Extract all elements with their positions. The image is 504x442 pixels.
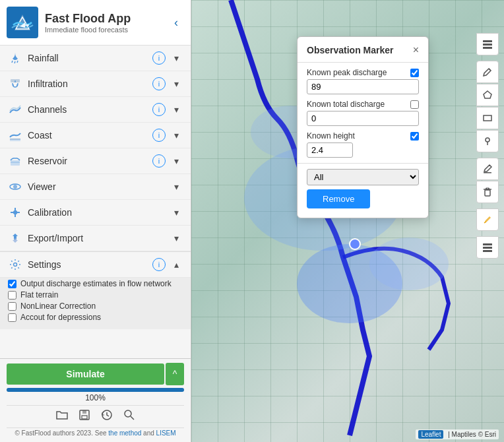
settings-icon bbox=[8, 257, 22, 272]
setting-account-depressions-checkbox[interactable] bbox=[8, 313, 16, 322]
field-known-total-discharge: Known total discharge bbox=[307, 100, 419, 126]
rainfall-label: Rainfall bbox=[28, 53, 152, 63]
coast-info-button[interactable]: i bbox=[152, 129, 166, 142]
svg-rect-35 bbox=[484, 172, 491, 174]
popup-divider-1 bbox=[298, 62, 428, 63]
field-total-discharge-checkbox[interactable] bbox=[410, 100, 419, 109]
sidebar-item-infiltration[interactable]: Infiltration i ▾ bbox=[0, 71, 191, 97]
field-peak-discharge-input[interactable] bbox=[307, 79, 419, 94]
export-import-icon bbox=[8, 231, 22, 245]
settings-info-button[interactable]: i bbox=[152, 258, 166, 271]
field-total-discharge-input[interactable] bbox=[307, 111, 419, 126]
svg-line-23 bbox=[131, 416, 134, 420]
edit-tools-group bbox=[476, 158, 499, 203]
sidebar-item-rainfall[interactable]: Rainfall i ▾ bbox=[0, 46, 191, 71]
setting-output-discharge[interactable]: Output discharge estimates in flow netwo… bbox=[8, 279, 183, 288]
settings-options: Output discharge estimates in flow netwo… bbox=[0, 278, 191, 327]
search-button[interactable] bbox=[123, 408, 136, 425]
coast-label: Coast bbox=[28, 130, 152, 141]
layers-bottom-group bbox=[476, 236, 499, 259]
save-button[interactable] bbox=[78, 408, 91, 425]
svg-rect-10 bbox=[11, 160, 20, 166]
folder-button[interactable] bbox=[55, 408, 69, 425]
viewer-label: Viewer bbox=[28, 181, 170, 192]
svg-marker-32 bbox=[484, 91, 491, 98]
field-height-header: Known height bbox=[307, 131, 419, 141]
setting-flat-terrain-checkbox[interactable] bbox=[8, 291, 16, 300]
edit-button[interactable] bbox=[476, 158, 499, 180]
footer-method-link[interactable]: the method bbox=[108, 429, 141, 437]
highlight-tools-group bbox=[476, 208, 499, 231]
svg-line-3 bbox=[15, 61, 15, 63]
observation-marker-popup: Observation Marker × Known peak discharg… bbox=[297, 36, 429, 218]
rainfall-info-button[interactable]: i bbox=[152, 51, 166, 65]
field-peak-discharge-label: Known peak discharge bbox=[307, 68, 408, 77]
polygon-button[interactable] bbox=[476, 84, 499, 106]
layers-top-button[interactable] bbox=[476, 33, 499, 55]
svg-rect-40 bbox=[486, 188, 489, 189]
leaflet-badge: Leaflet bbox=[418, 430, 443, 439]
setting-output-discharge-checkbox[interactable] bbox=[8, 280, 16, 288]
svg-rect-33 bbox=[484, 115, 491, 121]
infiltration-info-button[interactable]: i bbox=[152, 77, 166, 90]
simulate-arrow-button[interactable]: ^ bbox=[166, 363, 184, 385]
bottom-bar: Simulate ^ 100% bbox=[0, 358, 191, 442]
svg-rect-43 bbox=[483, 250, 492, 252]
svg-point-34 bbox=[486, 138, 489, 142]
calibration-expand-button[interactable]: ▾ bbox=[170, 206, 183, 219]
marker-button[interactable] bbox=[476, 130, 499, 152]
map-attribution: Leaflet | Maptiles © Esri bbox=[416, 429, 499, 439]
coast-icon bbox=[8, 128, 22, 142]
sidebar-item-export-import[interactable]: Export/Import ▾ bbox=[0, 226, 191, 251]
pencil-button[interactable] bbox=[476, 61, 499, 83]
attribution-text: | Maptiles © Esri bbox=[448, 431, 496, 438]
layers-bottom-button[interactable] bbox=[476, 236, 499, 259]
simulate-button[interactable]: Simulate bbox=[7, 363, 164, 385]
sidebar-item-calibration[interactable]: Calibration ▾ bbox=[0, 200, 191, 226]
export-import-expand-button[interactable]: ▾ bbox=[170, 232, 183, 245]
popup-close-button[interactable]: × bbox=[413, 45, 419, 55]
delete-button[interactable] bbox=[476, 181, 499, 203]
field-height-input[interactable] bbox=[307, 142, 353, 158]
popup-select[interactable]: All Option2 bbox=[307, 169, 419, 185]
field-total-discharge-label: Known total discharge bbox=[307, 100, 408, 109]
channels-expand-button[interactable]: ▾ bbox=[170, 103, 183, 116]
map-area[interactable]: Observation Marker × Known peak discharg… bbox=[191, 0, 504, 442]
setting-account-depressions[interactable]: Accout for depressions bbox=[8, 313, 183, 322]
field-height-checkbox[interactable] bbox=[410, 132, 419, 141]
coast-expand-button[interactable]: ▾ bbox=[170, 129, 183, 142]
channels-icon bbox=[8, 102, 22, 117]
channels-info-button[interactable]: i bbox=[152, 103, 166, 116]
sidebar-item-viewer[interactable]: Viewer ▾ bbox=[0, 174, 191, 200]
sidebar: Fast Flood App Immediate flood forecasts… bbox=[0, 0, 191, 442]
settings-header[interactable]: Settings i ▴ bbox=[0, 252, 191, 278]
setting-flat-terrain[interactable]: Flat terrain bbox=[8, 290, 183, 300]
app-subtitle: Immediate flood forecasts bbox=[45, 26, 168, 34]
progress-track bbox=[7, 388, 184, 392]
export-import-label: Export/Import bbox=[28, 233, 170, 243]
setting-nonlinear-correction-checkbox[interactable] bbox=[8, 302, 16, 311]
field-peak-discharge-checkbox[interactable] bbox=[410, 69, 419, 77]
popup-remove-button[interactable]: Remove bbox=[307, 189, 370, 208]
reservoir-info-button[interactable]: i bbox=[152, 154, 166, 168]
calibration-label: Calibration bbox=[28, 207, 170, 218]
collapse-button[interactable]: ‹ bbox=[168, 15, 184, 30]
infiltration-expand-button[interactable]: ▾ bbox=[170, 77, 183, 90]
footer-lisem-link[interactable]: LISEM bbox=[156, 429, 176, 437]
rainfall-expand-button[interactable]: ▾ bbox=[170, 51, 183, 65]
highlight-button[interactable] bbox=[476, 208, 499, 231]
reservoir-expand-button[interactable]: ▾ bbox=[170, 154, 183, 168]
viewer-expand-button[interactable]: ▾ bbox=[170, 180, 183, 193]
field-total-discharge-header: Known total discharge bbox=[307, 100, 419, 109]
history-button[interactable] bbox=[100, 408, 113, 425]
sidebar-nav: Rainfall i ▾ Infilt bbox=[0, 46, 191, 358]
settings-expand-button[interactable]: ▴ bbox=[170, 258, 183, 271]
field-peak-discharge-header: Known peak discharge bbox=[307, 68, 419, 77]
sidebar-item-channels[interactable]: Channels i ▾ bbox=[0, 97, 191, 123]
rectangle-button[interactable] bbox=[476, 107, 499, 129]
svg-rect-36 bbox=[485, 190, 490, 196]
setting-nonlinear-correction[interactable]: NonLinear Correction bbox=[8, 301, 183, 311]
sidebar-item-reservoir[interactable]: Reservoir i ▾ bbox=[0, 148, 191, 174]
sidebar-item-coast[interactable]: Coast i ▾ bbox=[0, 123, 191, 148]
reservoir-icon bbox=[8, 154, 22, 168]
